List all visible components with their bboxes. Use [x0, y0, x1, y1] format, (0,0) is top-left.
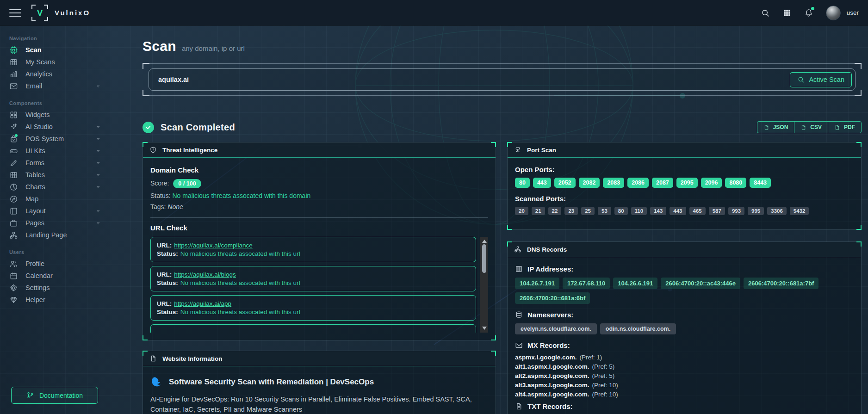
mx-record: alt1.aspmx.l.google.com.(Pref: 5): [515, 363, 854, 370]
page-title: Scan: [143, 38, 176, 54]
pencil-icon: [9, 159, 18, 167]
sidebar-item[interactable]: Tables: [0, 169, 110, 181]
scan-target-input[interactable]: aquilax.ai Active Scan: [149, 68, 856, 91]
search-icon: [797, 76, 805, 83]
user-avatar[interactable]: [826, 6, 841, 20]
site-description: AI-Engine for DevSecOps: Run 10 Security…: [150, 394, 488, 414]
sidebar-item[interactable]: Email: [0, 80, 110, 92]
scanned-port-badge: 21: [532, 207, 545, 215]
scanned-port-badge: 25: [581, 207, 595, 215]
logo-letter: V: [37, 8, 43, 18]
layout-grid-icon: [9, 111, 18, 119]
active-scan-button[interactable]: Active Scan: [790, 72, 852, 87]
menu-toggle-button[interactable]: [9, 9, 21, 17]
ip-address-badge: 2606:4700:20::ac43:446e: [661, 278, 740, 289]
website-information-panel: Website Information Software Security Sc…: [143, 351, 496, 414]
chevron-down-icon: [96, 124, 101, 130]
open-port-badge: 2083: [603, 178, 624, 188]
export-button[interactable]: CSV: [794, 122, 828, 133]
main-content: Scan any domain, ip or url aquilax.ai Ac…: [110, 25, 868, 414]
url-check-card: URL:https://aquilax.ai/compliance Status…: [150, 237, 476, 262]
open-port-badge: 2096: [701, 178, 722, 188]
ip-addresses-label: IP Addresses:: [515, 265, 854, 273]
scroll-down-arrow[interactable]: [482, 327, 487, 330]
mx-records-label: MX Records:: [515, 341, 854, 349]
apps-grid-icon[interactable]: [782, 8, 792, 18]
header-actions: user: [761, 6, 859, 20]
url-link[interactable]: https://aquilax.ai/compliance: [174, 242, 253, 249]
scanned-port-badge: 5432: [790, 207, 809, 215]
git-branch-icon: [26, 391, 34, 399]
scanned-port-badge: 993: [728, 207, 744, 215]
domain-status-value: No malicious threats assocated with this…: [172, 192, 310, 199]
export-button-group: JSON CSV PDF: [757, 121, 862, 133]
notifications-button[interactable]: [804, 8, 813, 18]
sidebar-item[interactable]: UI Kits: [0, 145, 110, 157]
export-button[interactable]: PDF: [828, 122, 861, 133]
chevron-down-icon: [96, 161, 101, 166]
scanned-ports-label: Scanned Ports:: [515, 195, 854, 203]
shield-alert-icon: [149, 146, 157, 154]
app-root: V VulnixO user Navigation Scan: [0, 0, 868, 414]
url-link[interactable]: https://aquilax.ai/app: [174, 300, 231, 307]
sidebar-item[interactable]: Widgets: [0, 109, 110, 121]
users-icon: [9, 260, 18, 268]
chevron-down-icon: [96, 173, 101, 178]
open-port-badge: 2052: [554, 178, 576, 188]
port-scan-panel: Port Scan Open Ports: 804432052208220832…: [507, 142, 862, 230]
brand-logo[interactable]: V: [31, 5, 48, 21]
url-status-value: No malicious threats assocated with this…: [180, 250, 300, 257]
sidebar-item[interactable]: Settings: [0, 282, 110, 294]
export-button[interactable]: JSON: [757, 122, 794, 133]
file-icon: [149, 355, 157, 362]
sidebar-item[interactable]: Map: [0, 193, 110, 205]
user-name: user: [847, 9, 859, 16]
sidebar-item[interactable]: Charts: [0, 181, 110, 193]
divider: [150, 217, 488, 218]
file-icon: [763, 124, 769, 130]
url-link[interactable]: https://aquilax.ai/blogs: [174, 271, 236, 278]
sidebar-item[interactable]: Landing Page: [0, 229, 110, 241]
scanned-ports-list: 2021222325538011014344346558799399533065…: [515, 207, 854, 215]
search-icon[interactable]: [761, 8, 770, 18]
scanned-port-badge: 465: [689, 207, 706, 215]
scan-result-header: Scan Completed JSON CSV PDF: [143, 121, 862, 133]
sidebar-item[interactable]: Forms: [0, 157, 110, 169]
sidebar-item[interactable]: Helper: [0, 294, 110, 306]
scanned-port-badge: 53: [598, 207, 611, 215]
url-list-scrollbar[interactable]: [480, 237, 488, 333]
dns-records-header: DNS Records: [508, 242, 861, 257]
check-circle-icon: [143, 122, 154, 133]
url-check-card: URL:https://aquilax.ai/app Status:No mal…: [150, 295, 476, 321]
sidebar-item[interactable]: My Scans: [0, 56, 110, 68]
sidebar-item[interactable]: Profile: [0, 258, 110, 270]
scroll-up-arrow[interactable]: [482, 240, 487, 243]
file-icon: [800, 124, 806, 130]
gear-icon: [9, 284, 18, 292]
diamond-icon: [9, 296, 18, 304]
sidebar-item[interactable]: Analytics: [0, 68, 110, 80]
sidebar-item[interactable]: Calendar: [0, 270, 110, 282]
sidebar-item[interactable]: POS System: [0, 133, 110, 145]
url-check-card-clipped: [150, 324, 476, 333]
domain-tags-row: Tags: None: [150, 203, 488, 210]
sidebar-item[interactable]: Scan: [0, 44, 110, 56]
panel-title: Website Information: [162, 355, 223, 362]
sidebar-item[interactable]: Layout: [0, 205, 110, 217]
nameserver-list: evelyn.ns.cloudflare.com.odin.ns.cloudfl…: [515, 323, 854, 334]
scroll-thumb[interactable]: [482, 244, 486, 273]
open-port-badge: 2082: [579, 178, 600, 188]
open-port-badge: 2087: [652, 178, 673, 188]
sidebar-components-group: Widgets AI Studio POS System UI Kits: [0, 109, 110, 241]
open-port-badge: 2095: [676, 178, 698, 188]
ip-address-list: 104.26.7.191172.67.68.110104.26.6.191260…: [515, 278, 854, 304]
table-icon: [9, 171, 18, 179]
port-scan-header: Port Scan: [508, 142, 861, 158]
sidebar-item[interactable]: Pages: [0, 217, 110, 229]
open-ports-list: 8044320522082208320862087209520968080844…: [515, 178, 854, 188]
documentation-button[interactable]: Documentation: [11, 387, 98, 404]
database-icon: [515, 311, 523, 319]
sidebar-item[interactable]: AI Studio: [0, 121, 110, 133]
file-text-icon: [515, 402, 523, 410]
open-port-badge: 80: [515, 178, 530, 188]
